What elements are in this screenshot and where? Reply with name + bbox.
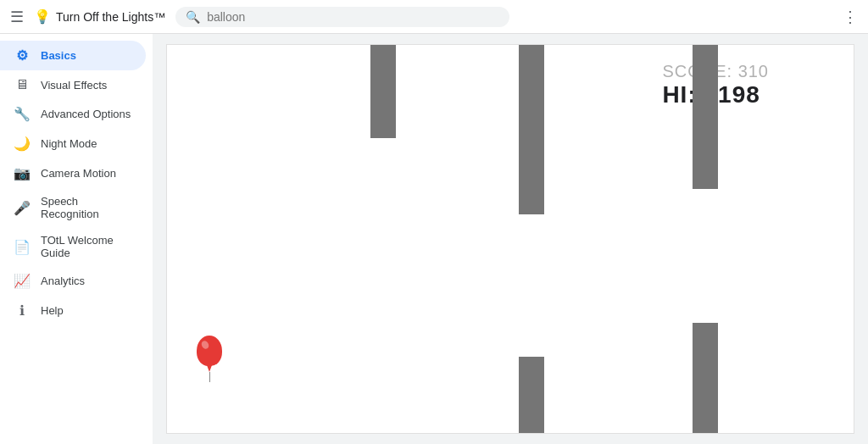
sidebar-label-basics: Basics [41,49,76,62]
balloon-string [209,372,210,382]
sidebar-item-visual-effects[interactable]: 🖥 Visual Effects [0,70,146,99]
search-input[interactable] [207,10,498,24]
sidebar-icon-analytics: 📈 [14,273,31,289]
balloon-body [197,336,222,366]
sidebar-label-visual-effects: Visual Effects [41,79,107,92]
sidebar-icon-advanced-options: 🔧 [14,106,31,122]
logo: 💡 Turn Off the Lights™ [34,8,165,25]
sidebar-label-help: Help [41,304,64,317]
pillar-1 [519,45,544,214]
sidebar-item-analytics[interactable]: 📈 Analytics [0,266,146,296]
sidebar-icon-night-mode: 🌙 [14,136,31,152]
logo-text: Turn Off the Lights™ [56,10,165,24]
menu-icon[interactable]: ☰ [10,8,24,26]
pillar-2 [519,357,544,433]
sidebar-icon-basics: ⚙ [14,47,31,64]
search-icon: 🔍 [186,10,200,24]
sidebar: ⚙ Basics 🖥 Visual Effects 🔧 Advanced Opt… [0,34,153,444]
sidebar-item-night-mode[interactable]: 🌙 Night Mode [0,129,146,158]
sidebar-icon-totl-guide: 📄 [14,239,31,255]
search-bar[interactable]: 🔍 [175,7,509,27]
sidebar-item-camera-motion[interactable]: 📷 Camera Motion [0,158,146,188]
sidebar-icon-visual-effects: 🖥 [14,77,31,92]
more-icon[interactable]: ⋮ [843,8,858,26]
sidebar-item-advanced-options[interactable]: 🔧 Advanced Options [0,99,146,129]
balloon [197,336,222,382]
sidebar-icon-camera-motion: 📷 [14,165,31,181]
sidebar-icon-speech-recognition: 🎤 [14,200,31,216]
sidebar-label-speech-recognition: Speech Recognition [41,195,132,220]
logo-icon: 💡 [34,8,51,25]
sidebar-label-analytics: Analytics [41,275,85,287]
balloon-tip [207,365,212,372]
sidebar-label-totl-guide: TOtL Welcome Guide [41,234,132,259]
sidebar-item-basics[interactable]: ⚙ Basics [0,41,146,70]
main-content: ⚙ Basics 🖥 Visual Effects 🔧 Advanced Opt… [0,34,868,444]
pillar-3 [693,45,718,189]
sidebar-label-advanced-options: Advanced Options [41,108,131,120]
pillar-0 [370,45,396,138]
sidebar-item-speech-recognition[interactable]: 🎤 Speech Recognition [0,188,146,227]
pillar-4 [693,323,718,433]
game-canvas[interactable]: SCORE: 310 HI: 1198 [166,44,854,434]
game-container: SCORE: 310 HI: 1198 [153,34,868,444]
sidebar-item-help[interactable]: ℹ Help [0,296,146,325]
sidebar-label-night-mode: Night Mode [41,137,97,150]
sidebar-icon-help: ℹ [14,302,31,319]
sidebar-label-camera-motion: Camera Motion [41,167,116,180]
sidebar-item-totl-guide[interactable]: 📄 TOtL Welcome Guide [0,227,146,266]
topbar: ☰ 💡 Turn Off the Lights™ 🔍 ⋮ [0,0,868,34]
